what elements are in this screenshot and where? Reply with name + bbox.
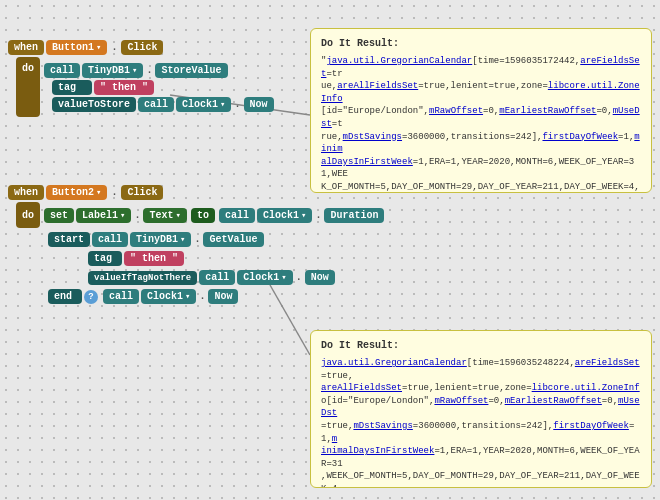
end-row: end ? call Clock1 . Now	[48, 289, 384, 304]
when-keyword: when	[8, 40, 44, 55]
result-content-2: java.util.GregorianCalendar[time=1596035…	[321, 357, 641, 488]
call4-keyword: call	[199, 270, 235, 285]
click-block[interactable]: Click	[121, 40, 163, 55]
click-block2[interactable]: Click	[121, 185, 163, 200]
call-clock-duration[interactable]: call	[219, 208, 255, 223]
when-keyword2: when	[8, 185, 44, 200]
clock1-dropdown[interactable]: Clock1	[176, 97, 231, 112]
tinydb1b-dropdown[interactable]: TinyDB1	[130, 232, 191, 247]
dot5: .	[133, 210, 141, 221]
then-string2: " then "	[124, 251, 184, 266]
now-block[interactable]: Now	[244, 97, 274, 112]
dot8: .	[295, 272, 303, 283]
call-tinydb-storevalue-row: call TinyDB1 . StoreValue	[44, 63, 274, 78]
do-block2: do	[16, 202, 40, 228]
valuetostore-label: valueToStore	[52, 97, 136, 112]
call5-keyword: call	[103, 289, 139, 304]
clock1d-dropdown[interactable]: Clock1	[141, 289, 196, 304]
when-button1-click-row: when Button1 . Click	[8, 40, 274, 55]
label1-dropdown[interactable]: Label1	[76, 208, 131, 223]
duration-block[interactable]: Duration	[324, 208, 384, 223]
button2-dropdown[interactable]: Button2	[46, 185, 107, 200]
dot9: .	[198, 291, 206, 302]
valuetostore-row: valueToStore call Clock1 . Now	[52, 97, 274, 112]
tinydb1-dropdown[interactable]: TinyDB1	[82, 63, 143, 78]
section1-block: when Button1 . Click do call TinyDB1 .	[8, 40, 274, 117]
dot-separator: .	[109, 42, 119, 53]
qmark-icon[interactable]: ?	[84, 290, 98, 304]
button1-dropdown[interactable]: Button1	[46, 40, 107, 55]
now3-block[interactable]: Now	[208, 289, 238, 304]
dot3: .	[233, 99, 241, 110]
getvalue-block[interactable]: GetValue	[203, 232, 263, 247]
call-keyword: call	[44, 63, 80, 78]
start-row: start call TinyDB1 . GetValue	[48, 232, 384, 247]
result-title-1: Do It Result:	[321, 37, 641, 51]
call2-keyword: call	[138, 97, 174, 112]
dot2: .	[145, 65, 153, 76]
section2-block: when Button2 . Click do set Label1 . Tex…	[8, 185, 384, 304]
dot7: .	[193, 234, 201, 245]
start-label: start	[48, 232, 90, 247]
result-box-1: Do It Result: "java.util.GregorianCalend…	[310, 28, 652, 193]
dot4: .	[109, 187, 119, 198]
to-keyword: to	[191, 208, 215, 223]
storevalue-block[interactable]: StoreValue	[155, 63, 227, 78]
tag-row: tag " then "	[52, 80, 274, 95]
clock1c-dropdown[interactable]: Clock1	[237, 270, 292, 285]
dot6: .	[314, 210, 322, 221]
valueiftagnothere-label: valueIfTagNotThere	[88, 271, 197, 285]
do-block: do	[16, 57, 40, 117]
clock1b-dropdown[interactable]: Clock1	[257, 208, 312, 223]
valueiftagnothere-row: valueIfTagNotThere call Clock1 . Now	[88, 270, 384, 285]
do-set-row: do set Label1 . Text to call Clock1 . Du…	[16, 202, 384, 228]
set-keyword: set	[44, 208, 74, 223]
then-string-block: " then "	[94, 80, 154, 95]
end-label: end	[48, 289, 82, 304]
call3-keyword: call	[92, 232, 128, 247]
result-content-1: "java.util.GregorianCalendar[time=159603…	[321, 55, 641, 193]
tag-row2: tag " then "	[88, 251, 384, 266]
result-box-2: Do It Result: java.util.GregorianCalenda…	[310, 330, 652, 488]
text-dropdown[interactable]: Text	[143, 208, 186, 223]
do-call-row: do call TinyDB1 . StoreValue tag	[16, 57, 274, 117]
tag-label-block: tag	[52, 80, 92, 95]
now2-block[interactable]: Now	[305, 270, 335, 285]
result-title-2: Do It Result:	[321, 339, 641, 353]
tag-label2: tag	[88, 251, 122, 266]
